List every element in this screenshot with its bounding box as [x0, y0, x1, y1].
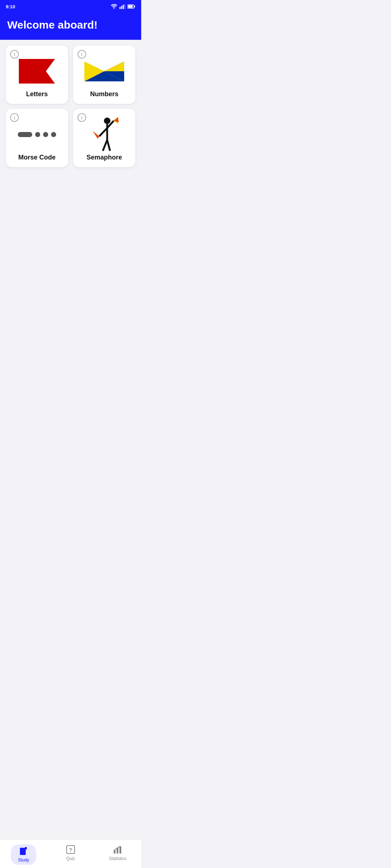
numbers-image [79, 55, 130, 88]
morse-info-button[interactable]: i [10, 113, 19, 122]
semaphore-label: Semaphore [87, 154, 122, 161]
svg-marker-12 [104, 61, 124, 71]
status-icons [111, 4, 135, 9]
battery-icon [127, 4, 135, 9]
svg-marker-19 [93, 131, 99, 139]
wifi-icon [111, 4, 117, 9]
morse-dot-2 [43, 132, 48, 137]
letters-image [12, 55, 62, 88]
letters-card[interactable]: i Letters [6, 46, 68, 104]
status-bar: 9:10 [0, 0, 141, 13]
semaphore-card[interactable]: i [73, 109, 135, 167]
svg-point-15 [104, 118, 110, 124]
letters-flag-icon [17, 57, 57, 85]
page-title: Welcome aboard! [7, 19, 134, 31]
morse-card[interactable]: i Morse Code [6, 109, 68, 167]
svg-line-23 [107, 140, 110, 151]
morse-image [12, 118, 62, 151]
svg-rect-5 [128, 5, 133, 8]
status-time: 9:10 [6, 4, 15, 9]
app-header: Welcome aboard! [0, 13, 141, 40]
main-content: i Letters i [0, 40, 141, 173]
numbers-info-button[interactable]: i [77, 50, 86, 59]
letters-label: Letters [26, 90, 48, 98]
morse-dash-1 [18, 132, 32, 137]
signal-icon [119, 4, 125, 9]
svg-line-17 [99, 128, 107, 136]
semaphore-image [79, 118, 130, 151]
svg-rect-6 [134, 6, 135, 8]
svg-rect-3 [125, 4, 126, 9]
semaphore-figure-icon [89, 116, 120, 153]
morse-symbol [18, 132, 56, 137]
svg-rect-0 [119, 7, 121, 9]
svg-marker-21 [114, 117, 119, 122]
semaphore-info-button[interactable]: i [77, 113, 86, 122]
morse-label: Morse Code [18, 154, 55, 161]
morse-dot-3 [51, 132, 56, 137]
morse-dot-1 [35, 132, 40, 137]
cards-grid: i Letters i [6, 46, 135, 167]
numbers-label: Numbers [90, 90, 118, 98]
svg-rect-1 [121, 6, 122, 9]
numbers-card[interactable]: i Numbers [73, 46, 135, 104]
svg-line-22 [103, 140, 107, 151]
svg-rect-2 [123, 5, 124, 9]
numbers-flag-icon [83, 60, 126, 83]
letters-info-button[interactable]: i [10, 50, 19, 59]
